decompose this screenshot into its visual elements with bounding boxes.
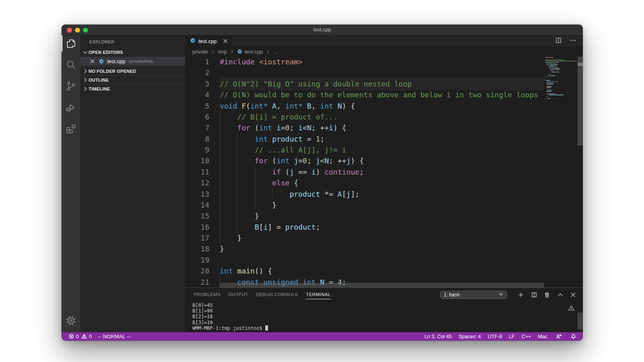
code-line-1: 1#include <iostream>: [185, 56, 544, 67]
window-title: test.cpp: [62, 25, 583, 35]
open-editors-header[interactable]: OPEN EDITORS: [80, 48, 185, 57]
breadcrumb-item[interactable]: test.cpp: [237, 49, 263, 55]
close-panel-icon[interactable]: [570, 292, 576, 298]
activity-bar-item-search[interactable]: [62, 57, 80, 73]
indentation-status[interactable]: Spaces: 4: [458, 334, 481, 339]
eol-status[interactable]: LF: [509, 334, 515, 339]
explorer-sidebar: EXPLORER OPEN EDITORS test.cpp /private/…: [80, 35, 185, 332]
open-editor-item-test-cpp[interactable]: test.cpp /private/tmp: [80, 57, 185, 66]
breadcrumb-separator-icon: [230, 49, 234, 54]
line-number: 10: [185, 155, 209, 166]
code-editor[interactable]: 1#include <iostream>23// O(N^2) "Big O" …: [185, 56, 583, 288]
new-terminal-icon[interactable]: [518, 292, 524, 298]
feedback-icon[interactable]: [556, 333, 562, 339]
minimap[interactable]: [544, 56, 577, 288]
chevron-right-icon: [82, 77, 89, 83]
breadcrumb-separator-icon: [211, 49, 215, 54]
chevron-right-icon: [82, 68, 89, 74]
code-line-8: 8 int product = 1;: [185, 134, 544, 144]
terminal-panel: PROBLEMSOUTPUTDEBUG CONSOLETERMINAL 1: b…: [185, 288, 583, 332]
sidebar-section-no-folder-opened[interactable]: NO FOLDER OPENED: [80, 67, 185, 76]
line-number: 3: [185, 78, 209, 89]
code-line-11: 11 if (j == i) continue;: [185, 167, 544, 177]
line-number: 4: [185, 89, 209, 100]
split-editor-icon[interactable]: [555, 37, 562, 45]
error-circle-icon: [68, 333, 74, 339]
encoding-status[interactable]: UTF-8: [488, 334, 502, 339]
code-line-7: 7 for (int i=0; i<N; ++i) {: [185, 122, 544, 133]
code-line-14: 14 }: [185, 200, 544, 210]
code-line-20: 20int main() {: [185, 265, 544, 276]
terminal-line: B[2]=18: [192, 314, 268, 319]
title-bar[interactable]: test.cpp: [62, 25, 583, 35]
panel-tab-problems[interactable]: PROBLEMS: [194, 292, 221, 298]
chevron-down-icon: [498, 291, 504, 298]
tab-bar: test.cpp: [185, 35, 583, 47]
breadcrumbs: privatetmptest.cpp...: [185, 47, 583, 56]
tab-test-cpp[interactable]: test.cpp: [185, 35, 232, 47]
kill-terminal-icon[interactable]: [544, 292, 550, 298]
warning-triangle-icon: [81, 333, 87, 339]
open-editor-file-path: /private/tmp: [129, 59, 153, 64]
code-line-3: 3// O(N^2) "Big O" using a double nested…: [185, 78, 544, 89]
editor-vertical-scrollbar[interactable]: [578, 57, 583, 146]
panel-tab-output[interactable]: OUTPUT: [228, 292, 248, 298]
more-actions-icon[interactable]: [570, 37, 576, 45]
manage-button[interactable]: [62, 313, 80, 329]
chevron-right-icon: [82, 86, 89, 92]
code-line-16: 16 B[i] = product;: [185, 222, 544, 232]
line-number: 12: [185, 177, 209, 188]
line-number: 2: [185, 67, 209, 78]
activity-bar: [62, 35, 80, 332]
breadcrumb-item[interactable]: private: [192, 49, 208, 55]
activity-bar-item-extensions[interactable]: [62, 121, 80, 137]
split-terminal-icon[interactable]: [531, 292, 537, 298]
activity-bar-item-files[interactable]: [62, 35, 80, 51]
activity-bar-item-run-debug[interactable]: [62, 99, 80, 115]
vim-mode-indicator[interactable]: -- NORMAL --: [98, 334, 130, 339]
panel-tabs: PROBLEMSOUTPUTDEBUG CONSOLETERMINAL: [194, 288, 331, 301]
line-number: 9: [185, 144, 209, 155]
sidebar-section-timeline[interactable]: TIMELINE: [80, 84, 185, 93]
terminal-scrollbar[interactable]: [578, 313, 583, 329]
breadcrumb-item[interactable]: tmp: [218, 49, 227, 55]
cursor-position-status[interactable]: Ln 3, Col 45: [425, 334, 452, 339]
open-editor-file-name: test.cpp: [107, 58, 126, 64]
extensions-icon: [66, 123, 76, 134]
panel-actions: 1: bash: [440, 288, 577, 301]
line-number: 7: [185, 122, 209, 133]
vscode-window: test.cpp EXPLORER OPEN EDITORS test.cpp …: [62, 25, 583, 341]
terminal-line: B[1]=90: [192, 308, 268, 314]
close-editor-icon[interactable]: [90, 59, 95, 64]
close-tab-icon[interactable]: [223, 38, 228, 44]
terminal-output[interactable]: B[0]=45B[1]=90B[2]=18B[3]=10WMM-MBP-1:tm…: [192, 302, 268, 331]
bell-icon[interactable]: [570, 333, 576, 339]
code-line-18: 18}: [185, 243, 544, 254]
line-number: 20: [185, 265, 209, 276]
platform-status[interactable]: Mac: [538, 334, 547, 339]
maximize-panel-icon[interactable]: [557, 292, 564, 298]
problems-status[interactable]: 0: [68, 333, 78, 339]
warnings-status[interactable]: 0: [81, 333, 91, 339]
breadcrumb-item[interactable]: ...: [273, 49, 277, 55]
terminal-shell-select[interactable]: 1: bash: [440, 291, 507, 299]
code-line-10: 10 for (int j=0; j<N; ++j) {: [185, 155, 544, 166]
warning-triangle-icon: [568, 304, 575, 313]
code-line-2: 2: [185, 67, 544, 78]
line-number: 16: [185, 222, 209, 232]
sidebar-section-outline[interactable]: OUTLINE: [80, 76, 185, 84]
run-debug-icon: [66, 102, 76, 113]
panel-tab-terminal[interactable]: TERMINAL: [306, 292, 330, 299]
panel-tab-debug-console[interactable]: DEBUG CONSOLE: [256, 292, 299, 298]
code-line-17: 17 }: [185, 232, 544, 243]
editor-group: test.cpp privatetmptest.cpp... 1#include…: [185, 35, 583, 332]
activity-bar-item-source-control[interactable]: [62, 78, 80, 94]
language-mode-status[interactable]: C++: [522, 334, 531, 339]
code-line-9: 9 // ...all A[j], j!= i: [185, 144, 544, 155]
gear-icon: [66, 315, 76, 326]
editor-horizontal-scrollbar[interactable]: [220, 283, 544, 288]
line-number: 6: [185, 111, 209, 122]
terminal-cursor: [265, 325, 268, 331]
code-line-5: 5void F(int* A, int* B, int N) {: [185, 101, 544, 111]
code-line-19: 19: [185, 255, 544, 265]
